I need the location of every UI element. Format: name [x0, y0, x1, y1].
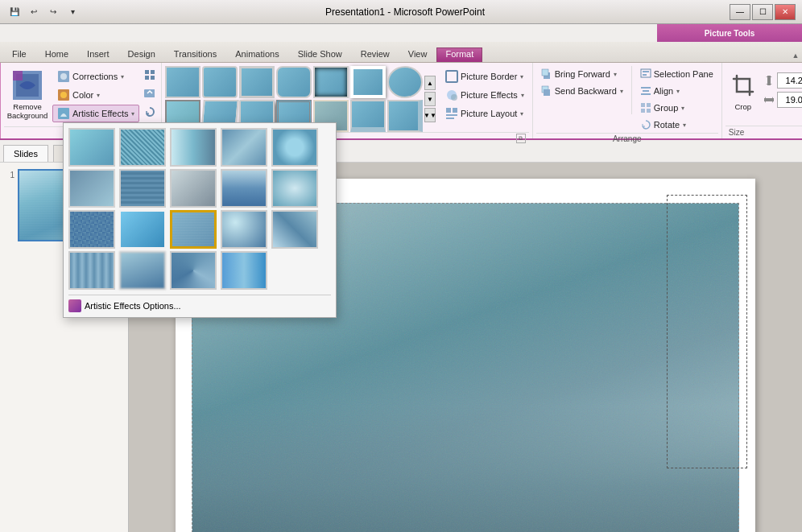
picture-tools-label: Picture Tools	[705, 29, 755, 38]
ae-effect-film-grain[interactable]: Film Grain	[170, 210, 217, 249]
ae-effect-light-screen[interactable]	[68, 169, 115, 208]
picture-tools-banner: Picture Tools	[657, 24, 802, 42]
artistic-effects-button[interactable]: Artistic Effects ▾	[52, 105, 139, 122]
ae-effect-paint-strokes[interactable]	[221, 169, 267, 208]
svg-rect-18	[446, 114, 457, 116]
save-btn[interactable]: 💾	[6, 5, 23, 19]
style-thumb-1[interactable]	[165, 66, 200, 98]
compress-pictures-button[interactable]	[141, 66, 157, 84]
selection-pane-button[interactable]: Selection Pane	[635, 66, 718, 82]
send-backward-button[interactable]: Send Backward ▾	[536, 83, 628, 99]
size-group: Crop 14.29 cm ▲ ▼	[722, 63, 802, 138]
ae-effect-none[interactable]	[68, 128, 115, 167]
remove-bg-icon	[12, 70, 43, 101]
gallery-scroll-up[interactable]: ▲	[424, 76, 436, 90]
ae-effect-glow-edges[interactable]	[119, 251, 166, 290]
picture-layout-button[interactable]: Picture Layout ▾	[440, 105, 529, 122]
window-controls: — ☐ ✕	[730, 4, 796, 20]
ae-effect-blur[interactable]	[271, 128, 318, 167]
ae-effect-soft-edges[interactable]	[271, 169, 318, 208]
artistic-effects-options-button[interactable]: Artistic Effects Options...	[68, 295, 331, 312]
crop-button[interactable]: Crop	[726, 66, 761, 116]
bring-forward-button[interactable]: Bring Forward ▾	[536, 66, 628, 82]
styles-group-expand[interactable]: ⧉	[516, 134, 526, 143]
ae-effect-pencil-sketch[interactable]	[119, 128, 166, 167]
ae-effect-marker[interactable]	[271, 210, 318, 249]
ae-effect-paint-bucket[interactable]	[170, 251, 217, 290]
svg-rect-28	[643, 90, 649, 92]
picture-format-buttons: Picture Border ▾ Picture Effects ▾	[440, 66, 529, 122]
group-button[interactable]: Group ▾	[635, 100, 718, 116]
remove-background-button[interactable]: RemoveBackground	[4, 66, 51, 122]
minimize-btn[interactable]: —	[730, 4, 750, 20]
tab-review[interactable]: Review	[352, 46, 399, 62]
height-input[interactable]: 14.29 cm	[777, 72, 802, 89]
style-thumb-14[interactable]	[387, 100, 423, 132]
style-thumb-3[interactable]	[239, 66, 275, 98]
width-input[interactable]: 19.05 cm	[777, 92, 802, 108]
gallery-expand[interactable]: ▼▼	[424, 108, 436, 122]
corrections-button[interactable]: Corrections ▾	[52, 68, 139, 85]
ae-effect-grainy[interactable]	[170, 169, 217, 208]
ae-effect-crumpled[interactable]	[119, 210, 166, 249]
tab-transitions[interactable]: Transitions	[165, 46, 225, 62]
ribbon-expand: ▲	[789, 49, 802, 62]
ae-effect-line-drawing[interactable]	[170, 128, 217, 167]
bring-forward-arrow: ▾	[614, 71, 617, 78]
color-button[interactable]: Color ▾	[52, 86, 139, 104]
svg-rect-21	[542, 69, 548, 76]
slides-tab[interactable]: Slides	[3, 145, 48, 162]
style-thumb-4[interactable]	[276, 66, 312, 98]
tab-file[interactable]: File	[3, 46, 35, 62]
tab-insert[interactable]: Insert	[78, 46, 118, 62]
style-thumb-5[interactable]	[313, 66, 349, 98]
rotate-arrow: ▾	[683, 122, 686, 129]
ae-effect-cutout[interactable]	[119, 169, 166, 208]
tab-home[interactable]: Home	[36, 46, 77, 62]
style-thumb-2[interactable]	[202, 66, 238, 98]
tab-design[interactable]: Design	[119, 46, 164, 62]
svg-rect-13	[446, 71, 457, 82]
tab-format[interactable]: Format	[436, 47, 482, 62]
ribbon-top-normal	[0, 24, 657, 42]
ae-effect-texturizer[interactable]	[68, 251, 115, 290]
tab-slideshow[interactable]: Slide Show	[289, 46, 351, 62]
crop-label: Crop	[734, 102, 751, 111]
arrange-content: Bring Forward ▾ Send Backward ▾	[536, 66, 718, 133]
ae-effect-pastels[interactable]	[221, 251, 267, 290]
effects-dropdown-arrow: ▾	[521, 92, 524, 99]
reset-picture-button[interactable]	[141, 103, 157, 121]
title-bar-left: 💾 ↩ ↪ ▾	[6, 5, 81, 19]
align-button[interactable]: Align ▾	[635, 83, 718, 99]
redo-btn[interactable]: ↪	[45, 5, 61, 19]
style-thumb-6[interactable]	[350, 66, 386, 98]
group-icon	[640, 102, 651, 113]
ribbon-expand-btn[interactable]: ▲	[789, 49, 802, 62]
arrange-buttons-2: Selection Pane Align ▾ Group	[635, 66, 718, 133]
svg-rect-27	[641, 87, 651, 89]
style-thumb-7[interactable]	[387, 66, 423, 98]
ae-options-label: Artistic Effects Options...	[85, 301, 181, 311]
maximize-btn[interactable]: ☐	[752, 4, 773, 20]
gallery-scroll-down[interactable]: ▼	[424, 92, 436, 106]
arrange-divider	[631, 66, 632, 114]
ae-effect-watercolor[interactable]	[221, 128, 267, 167]
change-picture-button[interactable]	[141, 85, 157, 102]
ae-effect-photocopy[interactable]	[221, 210, 267, 249]
ae-dropdown-arrow: ▾	[131, 110, 134, 118]
svg-rect-19	[446, 118, 454, 119]
svg-rect-2	[13, 71, 23, 80]
close-btn[interactable]: ✕	[775, 4, 796, 20]
undo-btn[interactable]: ↩	[26, 5, 42, 19]
tab-view[interactable]: View	[399, 46, 436, 62]
picture-effects-button[interactable]: Picture Effects ▾	[440, 86, 529, 104]
svg-rect-30	[641, 103, 645, 107]
style-thumb-13[interactable]	[350, 100, 386, 132]
corrections-dropdown-arrow: ▾	[121, 73, 124, 80]
tab-animations[interactable]: Animations	[226, 46, 287, 62]
title-bar: 💾 ↩ ↪ ▾ Presentation1 - Microsoft PowerP…	[0, 0, 802, 24]
picture-border-button[interactable]: Picture Border ▾	[440, 68, 529, 85]
ae-effect-mosaic[interactable]	[68, 210, 115, 249]
customize-btn[interactable]: ▾	[64, 5, 81, 19]
rotate-button[interactable]: Rotate ▾	[635, 117, 718, 133]
